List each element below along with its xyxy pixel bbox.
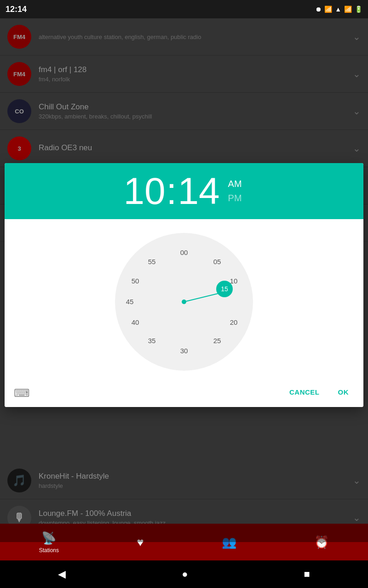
svg-text:35: 35 [148, 337, 156, 345]
svg-text:15: 15 [221, 285, 228, 293]
svg-text:00: 00 [180, 249, 188, 256]
home-button[interactable]: ● [182, 568, 188, 580]
nav-stations-label: Stations [39, 547, 59, 554]
cancel-button[interactable]: CANCEL [284, 384, 325, 400]
status-time: 12:14 [6, 5, 27, 14]
back-button[interactable]: ◀ [58, 568, 66, 580]
svg-text:05: 05 [213, 258, 221, 266]
svg-text:20: 20 [230, 318, 238, 326]
signal-icon: 📶 [344, 6, 352, 13]
timepicker-actions: CANCEL OK ⌨ [5, 380, 363, 407]
time-colon: : [167, 172, 177, 210]
svg-text:55: 55 [148, 258, 156, 266]
battery-icon: 🔋 [355, 6, 362, 13]
time-hours[interactable]: 10 [123, 172, 165, 210]
wifi-icon: ▲ [335, 6, 341, 13]
time-minutes[interactable]: 14 [178, 172, 219, 210]
status-icons: ⏺ 📶 ▲ 📶 🔋 [315, 6, 362, 13]
clock-face[interactable]: 15 00 05 10 20 25 30 35 40 45 [115, 233, 253, 371]
pm-button[interactable]: PM [225, 192, 245, 204]
svg-text:50: 50 [132, 277, 139, 285]
svg-text:25: 25 [213, 337, 221, 345]
svg-text:30: 30 [180, 347, 188, 355]
svg-text:40: 40 [132, 318, 139, 326]
keyboard-icon[interactable]: ⌨ [14, 387, 30, 400]
timepicker-header: 10 : 14 AM PM [5, 163, 363, 219]
android-nav: ◀ ● ■ [0, 560, 368, 588]
clock-svg: 15 00 05 10 20 25 30 35 40 45 [115, 233, 253, 371]
am-button[interactable]: AM [225, 178, 245, 190]
svg-text:10: 10 [230, 277, 238, 285]
record-icon: ⏺ [315, 6, 322, 13]
ampm-container: AM PM [225, 178, 245, 204]
svg-line-0 [184, 293, 222, 302]
sim-icon: 📶 [324, 6, 332, 13]
ok-button[interactable]: OK [333, 384, 355, 400]
timepicker-dialog: 10 : 14 AM PM 15 00 [5, 163, 363, 407]
status-bar: 12:14 ⏺ 📶 ▲ 📶 🔋 [0, 0, 368, 18]
svg-point-1 [182, 300, 186, 304]
svg-text:45: 45 [126, 298, 134, 305]
time-display: 10 : 14 AM PM [123, 172, 244, 210]
recents-button[interactable]: ■ [304, 568, 310, 580]
timepicker-body: 15 00 05 10 20 25 30 35 40 45 [5, 219, 363, 380]
